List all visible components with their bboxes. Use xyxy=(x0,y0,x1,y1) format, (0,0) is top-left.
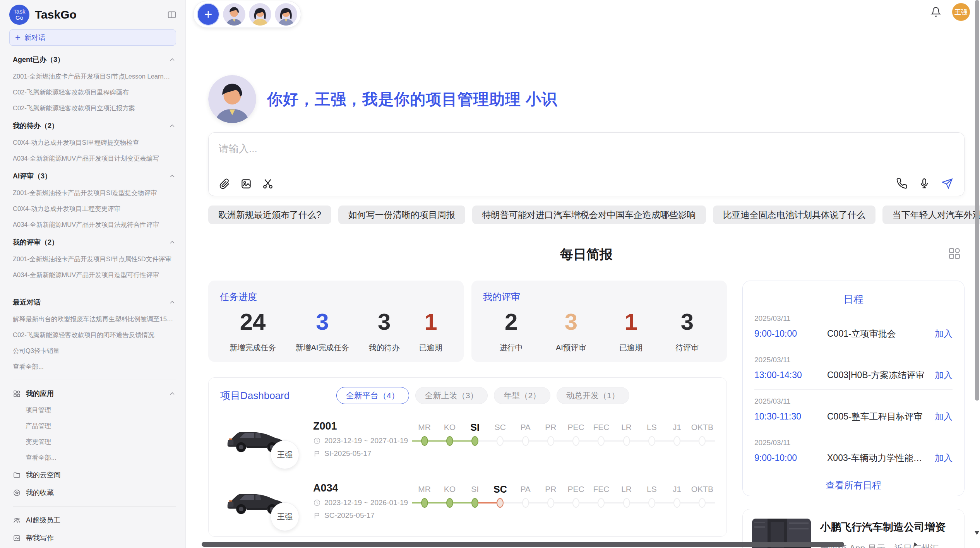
suggestion-chip[interactable]: 特朗普可能对进口汽车增税会对中国车企造成哪些影响 xyxy=(472,206,706,224)
send-icon[interactable] xyxy=(941,177,953,190)
schedule-date: 2025/03/11 xyxy=(754,356,953,364)
people-icon xyxy=(13,516,21,524)
sidebar-section-header[interactable]: Agent已办（3） xyxy=(13,55,176,64)
sidebar-footer-item[interactable]: AI超级员工 xyxy=(13,516,176,524)
collapse-sidebar-icon[interactable] xyxy=(167,10,177,20)
sidebar-task-item[interactable]: Z001-全新燃油皮卡产品开发项目SI节点Lesson Learn报告 xyxy=(13,73,176,80)
greeting-title: 你好，王强，我是你的项目管理助理 小识 xyxy=(267,89,557,110)
milestone: J1 xyxy=(665,482,690,510)
sidebar-task-item[interactable]: A034-全新新能源MUV产品开发项目造型可行性评审 xyxy=(13,271,176,279)
suggestion-chip[interactable]: 比亚迪全固态电池计划具体说了什么 xyxy=(713,206,875,224)
scroll-down-arrow[interactable] xyxy=(975,531,979,535)
sidebar-section-header-recent[interactable]: 最近对话 xyxy=(13,298,176,307)
sidebar-footer-item[interactable]: 帮我写作 xyxy=(13,534,176,542)
new-chat-label: 新对话 xyxy=(24,33,45,42)
sidebar-section-header[interactable]: AI评审（3） xyxy=(13,171,176,181)
add-agent-button[interactable] xyxy=(197,3,219,26)
view-all-apps-link[interactable]: 查看全部... xyxy=(26,454,176,461)
milestone: SI xyxy=(463,420,488,448)
view-all-schedule-link[interactable]: 查看所有日程 xyxy=(754,479,953,491)
sidebar-task-item[interactable]: A034-全新新能源MUV产品开发项目法规符合性评审 xyxy=(13,221,176,228)
stat-value: 3 xyxy=(369,309,400,335)
horizontal-scrollbar-thumb[interactable] xyxy=(202,542,844,547)
project-row[interactable]: 王强A0342023-12-19 ~ 2026-01-19SC-2025-05-… xyxy=(220,474,715,528)
sidebar-my-apps-header[interactable]: 我的应用 xyxy=(13,389,176,398)
screenshot-scissors-icon[interactable] xyxy=(262,178,274,190)
chevron-up-icon xyxy=(168,172,176,180)
sidebar-item-favorites[interactable]: 我的收藏 xyxy=(13,488,176,497)
milestone-track: MRKOSISCPAPRPECFECLRLSJ1OKTB xyxy=(412,482,715,510)
stat-card-title: 任务进度 xyxy=(220,291,452,303)
image-upload-icon[interactable] xyxy=(240,178,252,190)
milestone: MR xyxy=(412,420,437,448)
microphone-icon[interactable] xyxy=(918,178,930,189)
join-meeting-link[interactable]: 加入 xyxy=(935,369,953,381)
voice-call-icon[interactable] xyxy=(896,178,908,189)
vertical-scrollbar-thumb[interactable] xyxy=(975,0,979,401)
milestone-dot xyxy=(471,498,478,508)
daily-stat-cards: 任务进度24新增完成任务3新增AI完成任务3我的待办1已逾期 我的评审2进行中3… xyxy=(208,281,727,362)
sidebar-section-header[interactable]: 我的评审（2） xyxy=(13,238,176,247)
join-meeting-link[interactable]: 加入 xyxy=(935,411,953,423)
user-avatar[interactable]: 王强 xyxy=(952,3,970,21)
attachment-icon[interactable] xyxy=(219,178,230,190)
stat-value: 24 xyxy=(230,309,276,335)
app-item[interactable]: 产品管理 xyxy=(26,422,176,430)
app-item[interactable]: 项目管理 xyxy=(26,406,176,414)
suggestion-chip[interactable]: 当下年轻人对汽车外观有怎样的喜好趋势 xyxy=(882,206,980,224)
stat-value: 1 xyxy=(619,309,642,335)
layout-grid-icon[interactable] xyxy=(947,247,961,260)
chat-input-box[interactable]: 请输入... xyxy=(208,132,965,196)
sidebar-task-item[interactable]: Z001-全新燃油轻卡产品开发项目SI造型提交物评审 xyxy=(13,189,176,197)
milestone: PEC xyxy=(564,420,589,448)
milestone-label: KO xyxy=(437,420,462,434)
recent-chat-item[interactable]: 公司Q3轻卡销量 xyxy=(13,347,176,354)
sidebar-item-cloud-space[interactable]: 我的云空间 xyxy=(13,471,176,479)
sidebar-task-item[interactable]: A034-全新新能源MUV产品开发项目计划变更表编写 xyxy=(13,155,176,162)
agent-avatar[interactable] xyxy=(275,3,297,26)
milestone-dot xyxy=(547,498,554,508)
milestone-label: SI xyxy=(463,482,488,496)
project-dashboard-card: 项目Dashboard 全新平台（4）全新上装（3）年型（2）动总开发（1） 王… xyxy=(208,377,727,537)
join-meeting-link[interactable]: 加入 xyxy=(935,328,953,340)
project-row[interactable]: 王强Z0012023-12-19 ~ 2027-01-19SI-2025-05-… xyxy=(220,412,715,466)
flag-icon xyxy=(313,450,321,457)
recent-chat-item[interactable]: C02-飞腾新能源轻客改款项目的闭环通告反馈情况 xyxy=(13,331,176,339)
project-car-image xyxy=(225,485,313,516)
suggestion-chip[interactable]: 如何写一份清晰的项目周报 xyxy=(338,206,465,224)
schedule-time: 9:00-10:00 xyxy=(754,453,827,463)
horizontal-scrollbar[interactable] xyxy=(186,542,972,547)
sidebar-task-item[interactable]: Z001-全新燃油轻卡产品开发项目SI节点属性5D文件评审 xyxy=(13,255,176,263)
view-all-chats-link[interactable]: 查看全部... xyxy=(13,363,176,370)
join-meeting-link[interactable]: 加入 xyxy=(935,452,953,464)
agent-avatar[interactable] xyxy=(249,3,271,26)
clock-icon xyxy=(313,499,321,507)
chevron-up-icon xyxy=(168,298,176,306)
milestone-label: OKTB xyxy=(690,482,715,496)
sidebar-task-item[interactable]: C0X4-动力总成开发项目工程变更评审 xyxy=(13,205,176,212)
scroll-right-arrow[interactable] xyxy=(914,542,917,547)
recent-chat-item[interactable]: 解释最新出台的欧盟报废车法规再生塑料比例被调至15%... xyxy=(13,315,176,323)
suggestion-chip[interactable]: 欧洲新规最近颁布了什么? xyxy=(208,206,331,224)
dashboard-tab[interactable]: 动总开发（1） xyxy=(557,387,629,404)
sidebar-task-item[interactable]: C0X4-动力总成开发项目SI里程碑提交物检查 xyxy=(13,139,176,146)
milestone: FEC xyxy=(589,420,614,448)
notification-bell-icon[interactable] xyxy=(930,7,941,17)
dashboard-tab[interactable]: 全新上装（3） xyxy=(415,387,488,404)
vertical-scrollbar[interactable] xyxy=(974,0,980,548)
stat-label: 新增完成任务 xyxy=(230,342,276,353)
dashboard-tab[interactable]: 年型（2） xyxy=(494,387,550,404)
agent-avatar[interactable] xyxy=(223,3,245,26)
sidebar-task-item[interactable]: C02-飞腾新能源轻客改款项目里程碑画布 xyxy=(13,89,176,96)
sidebar-section-header[interactable]: 我的待办（2） xyxy=(13,121,176,130)
project-owner-badge: 王强 xyxy=(271,502,299,531)
milestone-dot xyxy=(572,498,579,508)
sidebar-task-item[interactable]: C02-飞腾新能源轻客改款项目立项汇报方案 xyxy=(13,104,176,112)
schedule-date: 2025/03/11 xyxy=(754,397,953,406)
milestone-dot xyxy=(547,436,554,446)
dashboard-tab[interactable]: 全新平台（4） xyxy=(336,387,409,404)
new-chat-button[interactable]: + 新对话 xyxy=(9,29,176,46)
milestone-label: LS xyxy=(639,420,664,434)
app-item[interactable]: 变更管理 xyxy=(26,438,176,445)
stat-item: 3新增AI完成任务 xyxy=(295,309,349,353)
